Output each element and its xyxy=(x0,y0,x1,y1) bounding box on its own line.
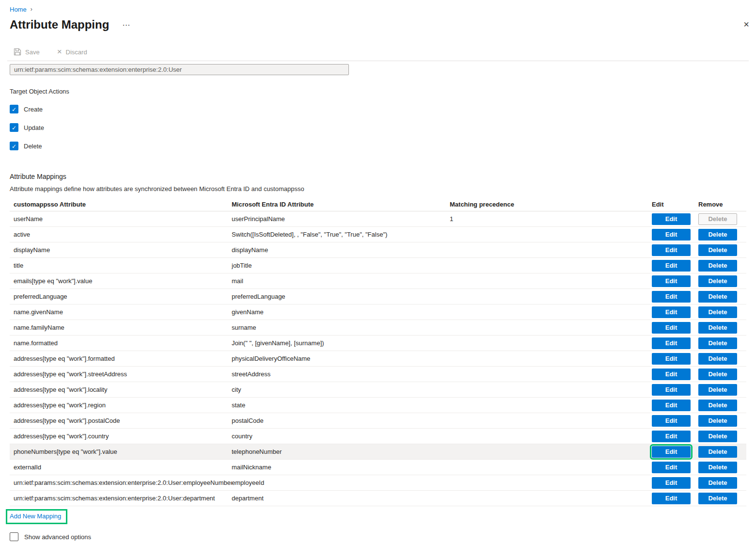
column-header-source: customappsso Attribute xyxy=(10,201,232,208)
show-advanced-options-row: Show advanced options xyxy=(10,532,746,541)
more-options-icon[interactable]: ··· xyxy=(123,21,130,29)
source-cell: addresses[type eq "work"].streetAddress xyxy=(10,370,232,378)
source-cell: urn:ietf:params:scim:schemas:extension:e… xyxy=(10,479,232,486)
update-label: Update xyxy=(24,124,44,131)
target-cell: preferredLanguage xyxy=(232,293,450,300)
source-cell: phoneNumbers[type eq "work"].value xyxy=(10,448,232,455)
table-header-row: customappsso Attribute Microsoft Entra I… xyxy=(10,198,746,211)
target-cell: postalCode xyxy=(232,417,450,424)
source-cell: preferredLanguage xyxy=(10,293,232,300)
precedence-cell: 1 xyxy=(450,215,651,223)
target-cell: givenName xyxy=(232,308,450,316)
delete-button[interactable]: Delete xyxy=(698,244,737,256)
table-row: phoneNumbers[type eq "work"].value telep… xyxy=(10,444,746,460)
target-cell: department xyxy=(232,495,450,502)
delete-button[interactable]: Delete xyxy=(698,337,737,349)
edit-button[interactable]: Edit xyxy=(652,477,691,489)
breadcrumb: Home › xyxy=(10,5,746,14)
target-cell: state xyxy=(232,401,450,409)
source-cell: title xyxy=(10,262,232,269)
edit-button[interactable]: Edit xyxy=(652,306,691,318)
toolbar-divider xyxy=(7,61,749,61)
table-row: emails[type eq "work"].value mail Edit D… xyxy=(10,273,746,289)
edit-button[interactable]: Edit xyxy=(652,229,691,240)
delete-button[interactable]: Delete xyxy=(698,431,737,442)
mapping-rows: userName userPrincipalName 1 Edit Delete… xyxy=(10,211,746,506)
source-cell: emails[type eq "work"].value xyxy=(10,277,232,285)
edit-button[interactable]: Edit xyxy=(652,493,691,504)
delete-button[interactable]: Delete xyxy=(698,400,737,411)
show-advanced-options-label: Show advanced options xyxy=(24,533,91,541)
source-cell: addresses[type eq "work"].region xyxy=(10,401,232,409)
edit-button[interactable]: Edit xyxy=(652,431,691,442)
delete-button[interactable]: Delete xyxy=(698,415,737,427)
source-cell: addresses[type eq "work"].country xyxy=(10,433,232,440)
save-button[interactable]: Save xyxy=(14,48,40,56)
source-cell: active xyxy=(10,231,232,238)
edit-button[interactable]: Edit xyxy=(652,353,691,365)
table-row: addresses[type eq "work"].locality city … xyxy=(10,382,746,398)
delete-button[interactable]: Delete xyxy=(698,291,737,303)
delete-button[interactable]: Delete xyxy=(698,275,737,287)
edit-button[interactable]: Edit xyxy=(652,337,691,349)
show-advanced-options-checkbox[interactable] xyxy=(10,532,18,541)
delete-button[interactable]: Delete xyxy=(698,369,737,380)
delete-button[interactable]: Delete xyxy=(698,229,737,240)
add-new-mapping-link[interactable]: Add New Mapping xyxy=(10,513,61,520)
edit-button[interactable]: Edit xyxy=(652,213,691,225)
edit-button[interactable]: Edit xyxy=(652,275,691,287)
table-row: addresses[type eq "work"].formatted phys… xyxy=(10,351,746,367)
target-cell: mail xyxy=(232,277,450,285)
delete-checkbox[interactable] xyxy=(10,142,18,150)
edit-button[interactable]: Edit xyxy=(652,244,691,256)
discard-button[interactable]: × Discard xyxy=(57,48,87,56)
delete-button[interactable]: Delete xyxy=(698,306,737,318)
target-cell: streetAddress xyxy=(232,370,450,378)
delete-button[interactable]: Delete xyxy=(698,260,737,272)
table-row: name.familyName surname Edit Delete xyxy=(10,320,746,336)
delete-button[interactable]: Delete xyxy=(698,322,737,334)
close-icon[interactable]: × xyxy=(743,19,749,29)
table-row: displayName displayName Edit Delete xyxy=(10,242,746,258)
attribute-mapping-page: Home › Attribute Mapping ··· × Save × Di… xyxy=(0,0,756,541)
update-checkbox[interactable] xyxy=(10,123,18,132)
edit-button[interactable]: Edit xyxy=(652,462,691,473)
source-cell: addresses[type eq "work"].postalCode xyxy=(10,417,232,424)
delete-button[interactable]: Delete xyxy=(698,353,737,365)
action-delete-row: Delete xyxy=(10,142,746,150)
column-header-edit: Edit xyxy=(651,201,698,208)
target-cell: Switch([IsSoftDeleted], , "False", "True… xyxy=(232,231,450,238)
edit-button[interactable]: Edit xyxy=(652,384,691,396)
edit-button[interactable]: Edit xyxy=(652,369,691,380)
breadcrumb-home-link[interactable]: Home xyxy=(10,6,27,13)
column-header-precedence: Matching precedence xyxy=(450,201,651,208)
create-checkbox[interactable] xyxy=(10,105,18,113)
source-cell: displayName xyxy=(10,246,232,254)
attribute-mappings-heading: Attribute Mappings xyxy=(10,173,746,180)
table-row: title jobTitle Edit Delete xyxy=(10,258,746,273)
target-object-actions-label: Target Object Actions xyxy=(10,88,746,95)
table-row: urn:ietf:params:scim:schemas:extension:e… xyxy=(10,475,746,491)
source-cell: externalId xyxy=(10,464,232,471)
edit-button[interactable]: Edit xyxy=(652,322,691,334)
edit-button[interactable]: Edit xyxy=(652,415,691,427)
edit-button[interactable]: Edit xyxy=(652,260,691,272)
edit-button[interactable]: Edit xyxy=(652,400,691,411)
save-label: Save xyxy=(25,48,40,56)
edit-button[interactable]: Edit xyxy=(652,291,691,303)
edit-button[interactable]: Edit xyxy=(652,446,691,458)
schema-name-input[interactable] xyxy=(10,64,349,75)
source-cell: name.familyName xyxy=(10,324,232,331)
page-title: Attribute Mapping xyxy=(10,18,109,32)
target-cell: employeeId xyxy=(232,479,450,486)
add-new-mapping-highlight-box: Add New Mapping xyxy=(6,509,67,524)
delete-button[interactable]: Delete xyxy=(698,493,737,504)
delete-button[interactable]: Delete xyxy=(698,446,737,458)
source-cell: userName xyxy=(10,215,232,223)
delete-button[interactable]: Delete xyxy=(698,462,737,473)
column-header-target: Microsoft Entra ID Attribute xyxy=(232,201,450,208)
delete-button[interactable]: Delete xyxy=(698,477,737,489)
source-cell: name.formatted xyxy=(10,339,232,347)
delete-button: Delete xyxy=(698,213,737,225)
delete-button[interactable]: Delete xyxy=(698,384,737,396)
